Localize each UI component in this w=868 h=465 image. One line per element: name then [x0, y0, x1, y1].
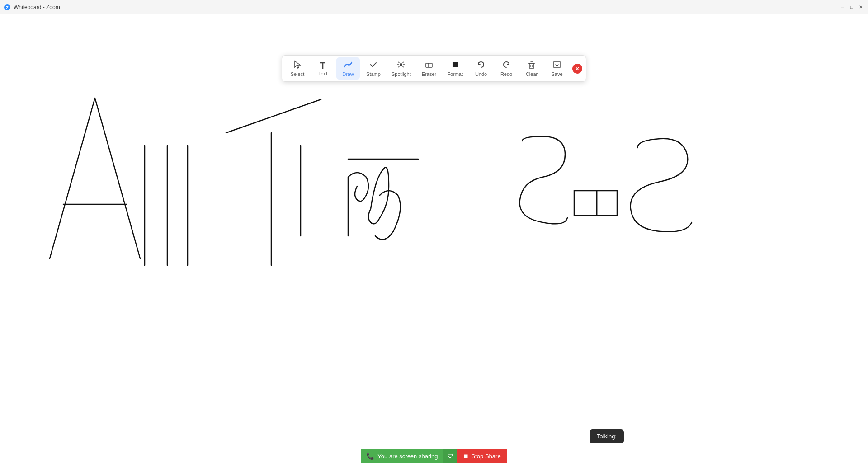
shield-icon-area: 🛡	[443, 449, 457, 463]
stop-share-button[interactable]: ⏹ Stop Share	[457, 449, 507, 463]
redo-label: Redo	[500, 71, 512, 77]
close-window-button[interactable]: ✕	[857, 4, 864, 11]
clear-icon	[527, 60, 536, 70]
clear-label: Clear	[526, 71, 538, 77]
minimize-button[interactable]: ─	[839, 4, 846, 11]
toolbar-eraser[interactable]: Eraser	[417, 57, 441, 80]
svg-rect-29	[574, 191, 597, 216]
text-label: Text	[318, 71, 327, 76]
svg-line-9	[403, 62, 404, 63]
drawing-canvas	[0, 14, 868, 465]
whiteboard: Select T Text Draw Stamp	[0, 14, 868, 465]
sharing-text: You are screen sharing	[377, 453, 438, 460]
save-icon	[552, 60, 561, 70]
close-icon: ×	[576, 66, 579, 72]
svg-text:Z: Z	[6, 5, 9, 10]
svg-line-10	[398, 66, 400, 68]
talking-label: Talking:	[597, 433, 617, 440]
draw-icon	[344, 60, 353, 70]
bottom-bar: 📞 You are screen sharing 🛡 ⏹ Stop Share	[0, 447, 868, 465]
toolbar-stamp[interactable]: Stamp	[362, 57, 385, 80]
spotlight-label: Spotlight	[392, 71, 411, 77]
stop-icon: ⏹	[463, 453, 469, 459]
shield-icon: 🛡	[447, 452, 453, 460]
svg-line-25	[226, 99, 321, 133]
svg-line-8	[403, 66, 404, 68]
toolbar-save[interactable]: Save	[545, 57, 569, 80]
toolbar: Select T Text Draw Stamp	[282, 55, 586, 82]
svg-point-2	[400, 63, 402, 66]
toolbar-spotlight[interactable]: Spotlight	[387, 57, 415, 80]
stamp-icon	[369, 60, 378, 70]
spotlight-icon	[396, 60, 406, 70]
eraser-icon	[425, 60, 434, 70]
svg-rect-30	[597, 191, 617, 216]
phone-icon: 📞	[366, 452, 374, 460]
select-label: Select	[291, 71, 305, 77]
maximize-button[interactable]: □	[848, 4, 855, 11]
toolbar-format[interactable]: Format	[443, 57, 467, 80]
toolbar-undo[interactable]: Undo	[469, 57, 493, 80]
eraser-label: Eraser	[422, 71, 436, 77]
talking-indicator: Talking:	[590, 429, 624, 443]
titlebar-left: Z Whiteboard - Zoom	[4, 4, 60, 11]
toolbar-select[interactable]: Select	[286, 57, 309, 80]
undo-icon	[476, 60, 486, 70]
select-icon	[293, 60, 302, 70]
toolbar-clear[interactable]: Clear	[520, 57, 543, 80]
stop-share-label: Stop Share	[472, 453, 501, 460]
titlebar-title: Whiteboard - Zoom	[14, 4, 60, 10]
undo-label: Undo	[475, 71, 487, 77]
draw-label: Draw	[342, 71, 354, 77]
format-label: Format	[447, 71, 463, 77]
screen-sharing-bar: 📞 You are screen sharing 🛡 ⏹ Stop Share	[361, 449, 507, 463]
toolbar-close-button[interactable]: ×	[572, 64, 582, 74]
toolbar-text[interactable]: T Text	[311, 58, 335, 79]
toolbar-draw[interactable]: Draw	[336, 57, 360, 80]
svg-rect-13	[453, 62, 458, 67]
titlebar: Z Whiteboard - Zoom ─ □ ✕	[0, 0, 868, 14]
save-label: Save	[551, 71, 562, 77]
titlebar-controls: ─ □ ✕	[839, 4, 864, 11]
text-icon: T	[320, 61, 326, 70]
svg-rect-14	[529, 63, 534, 68]
stamp-label: Stamp	[366, 71, 381, 77]
svg-rect-11	[426, 63, 432, 67]
sharing-text-area: 📞 You are screen sharing	[361, 449, 443, 463]
format-icon	[451, 60, 460, 70]
toolbar-redo[interactable]: Redo	[495, 57, 518, 80]
svg-line-7	[398, 62, 400, 63]
zoom-icon: Z	[4, 4, 11, 11]
redo-icon	[502, 60, 511, 70]
